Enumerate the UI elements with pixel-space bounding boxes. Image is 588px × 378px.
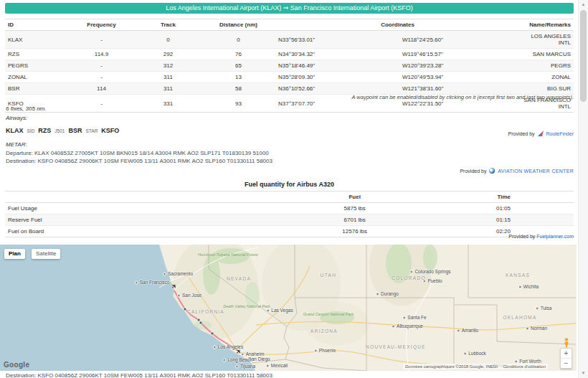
scroll-down-icon[interactable]: ▼ — [579, 369, 588, 378]
waypoint-distance: 65 — [201, 60, 275, 72]
col-distance: Distance (nm) — [201, 19, 275, 31]
waypoint-name: SAN MARCUS — [520, 49, 574, 60]
waypoint-track: 311 — [135, 72, 201, 83]
waypoint-frequency: - — [68, 72, 135, 83]
waypoint-distance: 58 — [201, 83, 275, 95]
awc-link[interactable]: AVIATION WEATHER CENTER — [498, 169, 574, 174]
fuel-row-label: Reserve Fuel — [5, 214, 261, 226]
map-type-button-map[interactable]: Plan — [4, 249, 25, 259]
waypoint-id: RZS — [5, 49, 68, 60]
scroll-up-icon[interactable]: ▲ — [579, 0, 588, 9]
waypoint-frequency: 114.9 — [68, 49, 135, 60]
zoom-out-button[interactable]: − — [561, 359, 572, 368]
airway-via: J501 — [54, 128, 65, 133]
waypoint-frequency: 114 — [68, 83, 135, 95]
waypoint-name: PEGRS — [520, 60, 574, 72]
col-frequency: Frequency — [68, 19, 135, 31]
waypoint-name: BIG SUR — [520, 83, 574, 95]
waypoint-id: PEGRS — [5, 60, 68, 72]
routefinder-link[interactable]: RouteFinder — [546, 131, 574, 136]
waypoint-name: ZONAL — [520, 72, 574, 83]
route-header: Los Angeles International Airport (KLAX)… — [5, 3, 574, 14]
waypoint-id: BSR — [5, 83, 68, 95]
airway-fix: RZS — [38, 127, 51, 134]
col-fuel: Fuel — [261, 192, 449, 203]
waypoint-toggle-note: A waypoint can be enabled/disabled by cl… — [5, 94, 574, 100]
fuelplanner-link[interactable]: Fuelplanner.com — [536, 234, 574, 239]
fuel-row-label: Fuel Usage — [5, 203, 261, 214]
zoom-in-button[interactable]: + — [561, 349, 572, 359]
provided-by-label: Provided by — [508, 131, 535, 136]
clipped-metar-text: Destination: KSFO 040856Z 29006KT 10SM F… — [6, 372, 272, 378]
fuel-row-time: 01:05 — [449, 203, 574, 214]
provided-by-label: Provided by — [508, 234, 535, 239]
waypoint-track: 0 — [135, 31, 201, 49]
waypoint-distance: 76 — [201, 49, 275, 60]
waypoint-lon: W119°46'15.57" — [399, 49, 520, 60]
airway-fix: BSR — [68, 127, 82, 134]
waypoint-frequency: - — [68, 60, 135, 72]
pegman-icon[interactable] — [563, 338, 570, 348]
waypoint-distance: 0 — [201, 31, 275, 49]
zoom-control: + − — [560, 348, 572, 369]
airway-via: SID — [27, 128, 35, 133]
waypoint-distance: 13 — [201, 72, 275, 83]
waypoint-lat: N33°56'33.01" — [275, 31, 399, 49]
waypoint-track: 312 — [135, 60, 201, 72]
airways-sequence: KLAXSIDRZSJ501BSRSTARKSFO — [6, 123, 123, 136]
waypoint-track: 292 — [135, 49, 201, 60]
waypoint-lat: N35°28'09.30" — [275, 72, 399, 83]
waypoint-row[interactable]: BSR 114 311 58 N36°10'52.66" W121°38'31.… — [5, 83, 574, 95]
fuel-row: Fuel on Board 12576 lbs 02:20 — [5, 226, 574, 237]
waypoint-row[interactable]: PEGRS - 312 65 N35°18'46.49" W120°39'23.… — [5, 60, 574, 72]
route-map[interactable]: ✈ ✈ Sacramento San Francisco San Jose La… — [0, 245, 577, 371]
col-track: Track — [135, 19, 201, 31]
waypoint-row[interactable]: KLAX - 0 0 N33°56'33.01" W118°24'25.60" … — [5, 31, 574, 49]
fuel-row: Reserve Fuel 6701 lbs 01:15 — [5, 214, 574, 226]
fuel-row: Fuel Usage 5875 lbs 01:05 — [5, 203, 574, 214]
airway-via: STAR — [85, 128, 98, 133]
provided-by-routefinder: Provided by RouteFinder — [508, 131, 574, 137]
waypoint-lon: W121°38'31.60" — [399, 83, 520, 95]
airway-fix: KLAX — [6, 127, 24, 134]
waypoint-lon: W120°49'53.94" — [399, 72, 520, 83]
routefinder-logo-icon — [538, 131, 544, 137]
col-id: ID — [5, 19, 68, 31]
waypoint-row[interactable]: ZONAL - 311 13 N35°28'09.30" W120°49'53.… — [5, 72, 574, 83]
fuel-row-amount: 6701 lbs — [261, 214, 449, 226]
fuel-row-label: Fuel on Board — [5, 226, 261, 237]
waypoint-id: ZONAL — [5, 72, 68, 83]
waypoint-track: 311 — [135, 83, 201, 95]
map-terms-link[interactable]: Conditions d'utilisation — [503, 364, 546, 369]
map-copyright-text: Données cartographiques ©2018 Google, IN… — [405, 364, 498, 369]
airways-heading: Airways: — [6, 115, 27, 121]
col-time: Time — [449, 192, 574, 203]
fuel-row-amount: 5875 lbs — [261, 203, 449, 214]
scrollbar-thumb[interactable] — [580, 10, 587, 102]
metar-departure: Departure: KLAX 040853Z 27005KT 10SM BKN… — [6, 150, 269, 156]
waypoint-row[interactable]: RZS 114.9 292 76 N34°30'34.32" W119°46'1… — [5, 49, 574, 60]
provided-by-awc: Provided by AVIATION WEATHER CENTER — [460, 168, 574, 174]
map-type-button-satellite[interactable]: Satellite — [32, 249, 60, 259]
waypoint-lat: N36°10'52.66" — [275, 83, 399, 95]
fuel-table: Fuel Time Fuel Usage 5875 lbs 01:05 Rese… — [5, 191, 574, 237]
page-scrollbar[interactable]: ▲ ▼ — [578, 0, 588, 378]
waypoint-frequency: - — [68, 31, 135, 49]
waypoint-header-row: ID Frequency Track Distance (nm) Coordin… — [5, 19, 574, 31]
fuel-row-amount: 12576 lbs — [261, 226, 449, 237]
airway-fix: KSFO — [101, 127, 119, 134]
waypoint-lon: W118°24'25.60" — [399, 31, 520, 49]
map-attribution: Données cartographiques ©2018 Google, IN… — [403, 364, 548, 369]
fuel-header-row: Fuel Time — [5, 192, 574, 203]
google-logo[interactable]: Google — [4, 361, 29, 369]
provided-by-label: Provided by — [460, 169, 486, 174]
fuel-row-time: 01:15 — [449, 214, 574, 226]
fuel-section-title: Fuel quantity for Airbus A320 — [5, 181, 574, 188]
waypoint-lon: W120°39'23.28" — [399, 60, 520, 72]
awc-logo-icon — [489, 168, 495, 174]
provided-by-fuelplanner: Provided by Fuelplanner.com — [508, 234, 574, 239]
col-coordinates: Coordinates — [275, 19, 520, 31]
waypoint-id: KLAX — [5, 31, 68, 49]
col-fuel-label — [5, 192, 261, 203]
waypoint-lat: N35°18'46.49" — [275, 60, 399, 72]
